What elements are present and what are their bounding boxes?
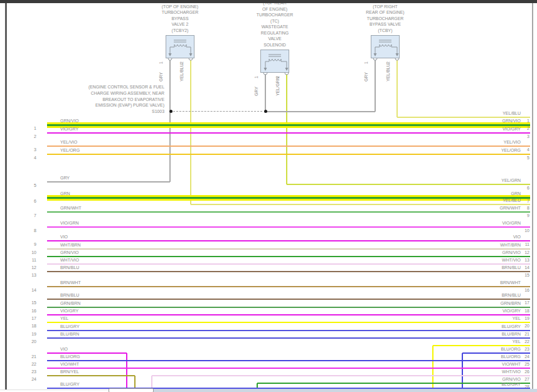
wire-color-label: GRN/VIO [60, 250, 79, 255]
pin-wire-label: GRY [254, 87, 259, 96]
wire-color-label: GRN/WHT [433, 206, 521, 211]
wire-segment-YEL/BLU[interactable] [396, 58, 398, 117]
wire-segment-GRY[interactable] [265, 73, 266, 112]
wire-color-label: GRN/VIO [433, 377, 521, 382]
wire-segment-BLU/GRY[interactable] [47, 330, 530, 331]
wire-segment-BLU/ORG[interactable] [462, 352, 530, 354]
wire-segment-VIO/GRN[interactable] [47, 226, 530, 228]
wire-segment-VIO[interactable] [47, 352, 127, 354]
right-circuit-number: 20 [519, 324, 529, 329]
wire-segment-BRN/YEL[interactable] [47, 375, 135, 376]
wire-segment-BRN/WHT[interactable] [47, 286, 530, 287]
right-circuit-number: 5 [519, 156, 529, 161]
wire-segment-VIO/GRY[interactable] [47, 132, 530, 134]
wire-color-label: GRN/BRN [433, 301, 521, 306]
wire-color-label: BRN/WHT [60, 280, 81, 285]
wire-segment-VIO[interactable] [47, 240, 530, 241]
left-circuit-number: 18 [24, 324, 36, 329]
pin-number: 1 [364, 61, 369, 64]
wire-color-label: WHT/VIO [433, 369, 521, 374]
right-circuit-number: 16 [519, 288, 529, 293]
wiring-diagram-viewport: 1YEL/BLU1GRN/VIO2GRN/VIO2VIO/GRY3VIO/GRY… [0, 0, 537, 392]
left-circuit-number: 1 [24, 126, 36, 131]
wire-segment-GRN/WHT[interactable] [47, 211, 530, 213]
wire-color-label: BLU/GRY [433, 324, 521, 329]
splice-dashed-link [173, 111, 262, 112]
wire-color-label: GRY [60, 176, 70, 181]
component-tc-wastegate-regulating-valve-solenoid[interactable] [260, 50, 289, 76]
right-circuit-number: 9 [519, 213, 529, 218]
left-circuit-number: 6 [24, 199, 36, 204]
pin-wire-label: YEL/BLU [179, 63, 184, 82]
wire-color-label: BRN/YEL [60, 369, 79, 374]
wire-segment-GRN/BRN[interactable] [47, 307, 530, 308]
pin-socket [373, 58, 399, 60]
wire-segment-WHT/VIO[interactable] [152, 375, 530, 376]
top-border [0, 0, 537, 3]
wire-segment-YEL/BLU[interactable] [397, 117, 530, 118]
splice-note: (ENGINE CONTROL SENSOR & FUEL CHARGE WIR… [39, 84, 164, 115]
left-circuit-number: 23 [24, 369, 36, 374]
wire-color-label: WHT/BRN [433, 243, 521, 248]
right-circuit-number: 15 [519, 273, 529, 278]
wire-color-label: GRN [60, 191, 70, 196]
wire-segment-BRN/BLU[interactable] [47, 271, 530, 272]
wire-segment-BLU/ORG[interactable] [47, 360, 530, 361]
left-circuit-number: 2 [24, 134, 36, 139]
pin-socket [168, 58, 193, 60]
wire-segment-YEL/VIO[interactable] [47, 146, 530, 147]
right-circuit-number: 7 [519, 199, 529, 204]
wire-color-label: VIO/GRY [433, 309, 521, 314]
wire-segment-GRY[interactable] [169, 58, 171, 182]
wire-segment-YEL/GRN[interactable] [286, 73, 287, 184]
right-border [532, 3, 533, 389]
wire-color-label: YEL [60, 316, 68, 321]
wire-segment-VIO/GRY[interactable] [47, 314, 530, 315]
wire-color-label: VIO/GRY [433, 127, 521, 132]
wire-segment-BLU/BRN[interactable] [47, 337, 530, 339]
wire-segment-YEL/BLU[interactable] [191, 204, 530, 205]
wire-segment-GRN/VIO[interactable] [47, 124, 530, 126]
pin-wire-label: GRY [364, 72, 369, 82]
right-circuit-number: 6 [519, 186, 529, 191]
left-circuit-number: 12 [24, 265, 36, 270]
wire-segment-GRY[interactable] [47, 181, 170, 183]
wire-segment-GRN/VIO[interactable] [47, 256, 530, 257]
wire-segment-VIO/WHT[interactable] [47, 368, 530, 369]
right-circuit-number: 10 [519, 228, 529, 233]
wire-segment-YEL[interactable] [433, 345, 530, 346]
wire-segment-YEL/BLU[interactable] [190, 58, 191, 204]
left-circuit-number: 4 [24, 156, 36, 161]
wire-color-label: YEL/VIO [60, 140, 77, 145]
wire-color-label: BRN/BLU [60, 293, 79, 298]
pin-wire-label: GRY [159, 72, 164, 82]
right-circuit-number: 22 [519, 339, 529, 344]
wire-color-label: VIO/GRN [60, 221, 79, 226]
splice-dot [169, 110, 173, 113]
component-turbocharger-bypass-valve[interactable] [371, 35, 400, 61]
wire-color-label: YEL/GRN [433, 178, 521, 183]
wire-segment-YEL/ORG[interactable] [47, 154, 530, 155]
wire-color-label: GRN/BRN [60, 301, 80, 306]
wire-segment-WHT/BRN[interactable] [47, 248, 530, 250]
component-label-tc-wastegate-regulating-valve-solenoid: (TOP REAR OF ENGINE) TURBOCHARGER (TC) W… [231, 0, 319, 48]
wire-segment-GRY[interactable] [375, 58, 376, 112]
horizontal-scrollbar-fill[interactable] [152, 389, 537, 392]
wire-segment-YEL/GRN[interactable] [287, 184, 530, 185]
wire-segment-BRN/BLU[interactable] [47, 299, 530, 300]
wire-color-label: BRN/BLU [433, 265, 521, 270]
left-circuit-number: 11 [24, 258, 36, 263]
horizontal-scrollbar-thumb[interactable] [109, 388, 154, 392]
wire-segment-GRY[interactable] [265, 111, 375, 112]
wire-segment-WHT/VIO[interactable] [47, 263, 530, 265]
wire-color-label: VIO/WHT [60, 362, 79, 367]
pin-socket [263, 73, 289, 75]
pin-wire-label: YEL/BLU [386, 63, 391, 82]
wire-segment-VIO[interactable] [126, 353, 127, 392]
right-circuit-number: 8 [519, 206, 529, 211]
wire-color-label: BLU/GRY [60, 324, 80, 329]
component-turbocharger-bypass-valve-2[interactable] [166, 35, 194, 61]
wire-segment-YEL[interactable] [47, 322, 530, 323]
left-circuit-number: 8 [24, 228, 36, 233]
wire-color-label: BLU/BRN [60, 332, 79, 337]
